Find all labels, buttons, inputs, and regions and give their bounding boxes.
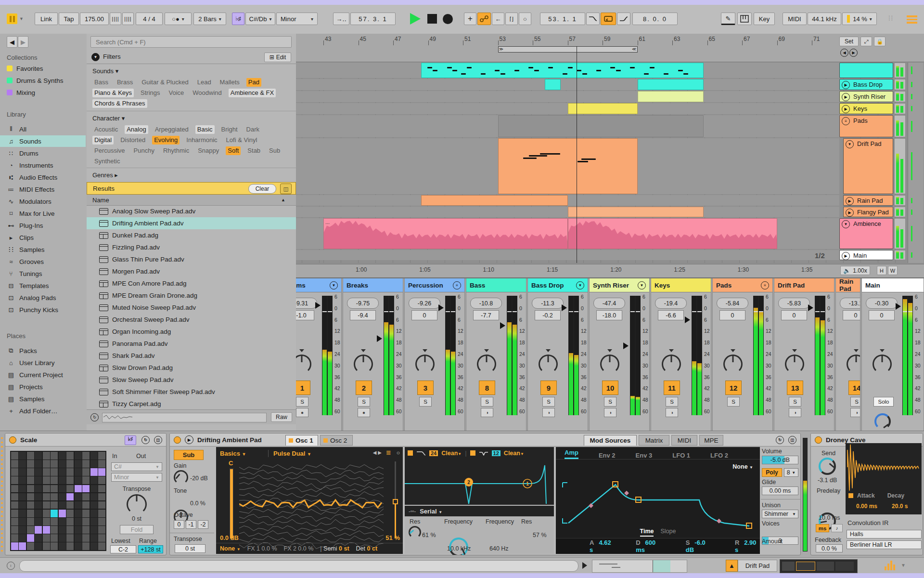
expand-device-view-icon[interactable] xyxy=(582,562,587,569)
wavetable-hotswap-icon[interactable]: ↻ xyxy=(776,436,784,444)
scale-grid-cell[interactable] xyxy=(90,542,98,550)
playback-rate-box[interactable]: 🔈1.00x xyxy=(840,266,870,275)
sidebar-item-midi-effects[interactable]: ≔MIDI Effects xyxy=(0,184,86,195)
cpu-meter[interactable]: 14 % xyxy=(842,13,877,25)
mixer-track-title[interactable]: Bass Drop▼ xyxy=(528,278,588,292)
scale-grid-cell[interactable] xyxy=(11,510,18,517)
peak-level-display[interactable]: -47.4 xyxy=(593,298,625,309)
sound-tag-chords-phrases[interactable]: Chords & Phrases xyxy=(92,99,147,108)
solo-button[interactable]: S xyxy=(850,397,860,407)
scale-grid-cell[interactable] xyxy=(11,452,18,460)
unison-mode-select[interactable]: Shimmer▼ xyxy=(762,510,798,518)
computer-midi-keyboard-button[interactable] xyxy=(737,13,752,25)
scale-grid-cell[interactable] xyxy=(59,542,66,550)
scale-grid-cell[interactable] xyxy=(59,510,66,517)
search-input[interactable]: Search (Cmd + F) xyxy=(90,36,292,48)
scale-grid-cell[interactable] xyxy=(75,510,82,517)
mod-subtab-lfo-1[interactable]: LFO 1 xyxy=(672,452,690,459)
predelay-sync-toggle[interactable]: ♪ xyxy=(831,524,843,532)
fold-icon[interactable]: ▼ xyxy=(638,281,646,289)
scale-grid-cell[interactable] xyxy=(98,534,105,542)
scale-grid-cell[interactable] xyxy=(35,501,42,509)
character-tag-synthetic[interactable]: Synthetic xyxy=(92,157,122,166)
scale-grid-cell[interactable] xyxy=(66,460,74,468)
track-play-icon[interactable]: ▶ xyxy=(842,252,850,260)
track-header-drift-pad[interactable]: ▼Drift Pad xyxy=(843,138,893,194)
scale-fold-button[interactable]: Fold xyxy=(120,525,154,534)
track-activator-number[interactable]: 8 xyxy=(479,381,495,395)
filter1-circuit-menu[interactable]: Clean▼ xyxy=(441,450,462,457)
mixer-track-title[interactable]: Drift Pad xyxy=(774,278,834,292)
scale-grid-cell[interactable] xyxy=(98,501,105,509)
scale-grid-cell[interactable] xyxy=(66,534,74,542)
scale-grid-cell[interactable] xyxy=(43,542,50,550)
scale-grid-cell[interactable] xyxy=(90,493,98,501)
list-item[interactable]: Soft Shimmer Filter Sweep Pad.adv xyxy=(87,386,296,398)
clip[interactable] xyxy=(568,103,638,114)
scroll-left-icon[interactable]: ◀ xyxy=(840,49,848,57)
scale-grid-cell[interactable] xyxy=(75,460,82,468)
pan-knob[interactable] xyxy=(477,355,496,374)
device-chain-thumbnails[interactable] xyxy=(780,559,858,573)
mixer-track-title[interactable]: Bass xyxy=(466,278,526,292)
scale-grid-cell[interactable] xyxy=(59,493,66,501)
scale-grid-cell[interactable] xyxy=(43,476,50,484)
scale-grid-cell[interactable] xyxy=(51,526,58,534)
list-item[interactable]: Drifting Ambient Pad.adv xyxy=(87,217,296,229)
performance-meter-icon[interactable] xyxy=(885,561,895,570)
scale-grid-cell[interactable] xyxy=(98,485,105,493)
scale-grid-cell[interactable] xyxy=(35,534,42,542)
info-icon[interactable]: i xyxy=(7,562,15,570)
scale-grid-cell[interactable] xyxy=(35,526,42,534)
track-lane[interactable] xyxy=(296,195,839,206)
raw-preview-button[interactable]: Raw xyxy=(271,412,292,422)
osc-detune-value[interactable]: Det 0 ct xyxy=(356,545,377,552)
scale-grid-cell[interactable] xyxy=(51,476,58,484)
wavetable-cycle-icon[interactable]: ○ xyxy=(397,449,400,456)
gain-value-box[interactable]: 0 xyxy=(869,310,895,320)
osc-semi-value[interactable]: | Semi 0 st xyxy=(320,545,349,552)
browser-back-button[interactable]: ◀ xyxy=(7,36,17,48)
character-tag-percussive[interactable]: Percussive xyxy=(92,146,127,155)
device-tab-toggle[interactable]: ▲ xyxy=(726,560,738,572)
scale-key-icon[interactable]: ♭♯ xyxy=(125,435,136,445)
osc-transpose-value[interactable]: 0 st xyxy=(175,544,205,553)
scroll-right-icon[interactable]: ▶ xyxy=(849,49,858,57)
freq2-value[interactable]: 640 Hz xyxy=(489,545,509,552)
track-play-icon[interactable]: ▶ xyxy=(842,105,850,113)
octave-minus1-button[interactable]: -1 xyxy=(186,520,196,529)
sidebar-item-drums[interactable]: ∷Drums xyxy=(0,147,86,159)
scale-grid-cell[interactable] xyxy=(19,460,26,468)
scale-grid-cell[interactable] xyxy=(35,493,42,501)
filter1-slope-badge[interactable]: 24 xyxy=(429,450,438,456)
filters-collapse-icon[interactable]: ▼ xyxy=(91,53,100,61)
scale-grid-cell[interactable] xyxy=(59,460,66,468)
scale-grid-cell[interactable] xyxy=(35,485,42,493)
scale-lowest-value[interactable]: C-2 xyxy=(110,545,136,553)
scale-grid-cell[interactable] xyxy=(35,452,42,460)
character-tag-evolving[interactable]: Evolving xyxy=(152,136,180,144)
poly-mode-button[interactable]: Poly xyxy=(762,468,782,477)
tone-value[interactable]: 0.0 % xyxy=(190,500,205,507)
scale-grid-cell[interactable] xyxy=(27,452,34,460)
track-lane[interactable] xyxy=(296,91,839,102)
sidebar-item-samples[interactable]: ▤Samples xyxy=(0,393,86,405)
scale-grid-cell[interactable] xyxy=(51,460,58,468)
metronome-button[interactable]: ○● xyxy=(165,13,192,25)
overdub-button[interactable]: + xyxy=(464,13,476,25)
arrangement-position-field[interactable]: 57. 3. 1 xyxy=(350,13,396,25)
track-header-ambience[interactable]: ▼Ambience xyxy=(839,218,893,249)
scale-grid-cell[interactable] xyxy=(43,501,50,509)
scale-grid-cell[interactable] xyxy=(27,476,34,484)
scale-grid-cell[interactable] xyxy=(27,518,34,525)
save-search-icon[interactable]: ◫ xyxy=(280,184,292,194)
scale-pattern-grid[interactable] xyxy=(10,451,106,551)
scale-grid-cell[interactable] xyxy=(51,485,58,493)
time-signature-field[interactable]: 4 / 4 xyxy=(136,13,163,25)
list-item[interactable]: Fizzling Pad.adv xyxy=(87,241,296,253)
list-item[interactable]: Analog Slow Sweep Pad.adv xyxy=(87,205,296,217)
solo-button[interactable]: S xyxy=(666,397,678,407)
scale-grid-cell[interactable] xyxy=(98,452,105,460)
scale-grid-cell[interactable] xyxy=(66,501,74,509)
scale-grid-cell[interactable] xyxy=(51,452,58,460)
